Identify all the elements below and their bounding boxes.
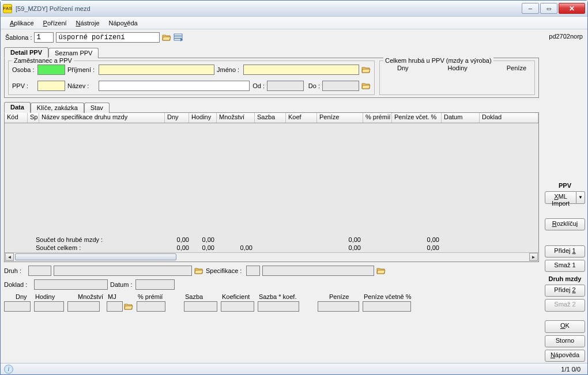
col-dny[interactable]: Dny xyxy=(165,113,189,123)
b-mj-input[interactable] xyxy=(107,301,123,312)
b-koef-input[interactable] xyxy=(221,301,254,312)
col-mnoz[interactable]: Množství xyxy=(217,113,255,123)
col-hodiny[interactable]: Hodiny xyxy=(189,113,217,123)
statusbar: i 1/1 0/0 xyxy=(1,363,587,374)
sablona-open-icon[interactable] xyxy=(162,33,171,42)
b-dny-input[interactable] xyxy=(4,301,31,312)
datum-input[interactable] xyxy=(135,279,175,290)
hruba-penize-label: Peníze xyxy=(507,65,526,71)
druh-code-input[interactable] xyxy=(28,266,51,276)
rozklicuj-button[interactable]: Rozklíčuj xyxy=(545,218,585,230)
sablona-label: Šablona : xyxy=(5,34,32,41)
smaz2-button[interactable]: Smaž 2 xyxy=(545,299,585,311)
col-kod[interactable]: Kód xyxy=(5,113,28,123)
smaz1-button[interactable]: Smaž 1 xyxy=(545,260,585,272)
fieldset-zamestnanec: Zaměstnanec a PPV Osoba : Příjmení : Jmé… xyxy=(8,60,375,95)
ppv-input[interactable] xyxy=(37,81,65,91)
osoba-input[interactable] xyxy=(37,65,65,75)
spec-code-input[interactable] xyxy=(246,266,260,276)
b-penize-input[interactable] xyxy=(318,301,359,312)
doklad-input[interactable] xyxy=(34,279,108,290)
grid-hscroll[interactable]: ◄ ► xyxy=(5,252,538,262)
ppv-open-icon[interactable] xyxy=(361,81,371,90)
app-icon: FAS xyxy=(3,4,12,13)
druh-name-input[interactable] xyxy=(54,266,192,276)
label-b-mnoz: Množství xyxy=(67,293,103,300)
tab-stav[interactable]: Stav xyxy=(84,103,110,113)
napoveda-button[interactable]: Nápověda xyxy=(545,350,585,362)
label-osoba: Osoba : xyxy=(12,66,35,73)
col-doklad[interactable]: Doklad xyxy=(480,113,538,123)
scroll-thumb[interactable] xyxy=(15,253,176,260)
svg-rect-1 xyxy=(174,36,182,38)
col-sp[interactable]: Sp xyxy=(28,113,39,123)
sum-hrube-hodiny: 0,00 xyxy=(189,236,214,244)
menu-nastroje[interactable]: Nástroje xyxy=(71,18,104,28)
pridej1-button[interactable]: Přidej 1 xyxy=(545,245,585,257)
label-b-pvcet: Peníze včetně % xyxy=(363,293,412,300)
menubar: Aplikace Pořízení Nástroje Nápověda xyxy=(1,17,587,29)
col-nazev[interactable]: Název specifikace druhu mzdy xyxy=(39,113,165,123)
tab-data[interactable]: Data xyxy=(4,102,31,113)
label-b-sazba: Sazba xyxy=(184,293,203,300)
b-mnoz-input[interactable] xyxy=(67,301,100,312)
b-hodiny-input[interactable] xyxy=(34,301,64,312)
minimize-button[interactable]: ─ xyxy=(522,3,539,14)
col-datum[interactable]: Datum xyxy=(442,113,480,123)
b-pprem-input[interactable] xyxy=(137,301,165,312)
spec-open-icon[interactable] xyxy=(376,266,386,275)
data-grid: Kód Sp Název specifikace druhu mzdy Dny … xyxy=(4,112,539,262)
mj-open-icon[interactable] xyxy=(124,302,133,311)
col-pprem[interactable]: % prémií xyxy=(363,113,392,123)
ok-button[interactable]: OK xyxy=(545,320,585,332)
sablona-name-input[interactable] xyxy=(56,32,160,43)
scroll-right-arrow[interactable]: ► xyxy=(529,253,538,261)
col-koef[interactable]: Koef xyxy=(286,113,317,123)
menu-aplikace[interactable]: Aplikace xyxy=(5,18,39,28)
xml-import-button[interactable]: XML Import xyxy=(545,191,576,204)
storno-button[interactable]: Storno xyxy=(545,335,585,347)
tab-klice[interactable]: Klíče, zakázka xyxy=(31,103,84,113)
prijmeni-input[interactable] xyxy=(99,65,214,75)
od-input[interactable] xyxy=(267,81,304,91)
jmeno-input[interactable] xyxy=(243,65,359,75)
b-pvcet-input[interactable] xyxy=(363,301,411,312)
sum-celkem-hodiny: 0,00 xyxy=(189,244,214,252)
tab-detail-ppv[interactable]: Detail PPV xyxy=(4,47,48,58)
sablona-list-icon[interactable] xyxy=(174,33,183,42)
col-sazba[interactable]: Sazba xyxy=(255,113,286,123)
status-pages: 1/1 0/0 xyxy=(561,366,584,373)
label-b-penize: Peníze xyxy=(318,293,349,300)
nazev-input[interactable] xyxy=(99,81,250,91)
close-button[interactable]: ✕ xyxy=(559,3,585,14)
sum-celkem-row: Součet celkem : 0,00 0,00 0,00 0,00 0,00 xyxy=(5,244,538,252)
user-label: pd2702norp xyxy=(541,29,587,46)
b-sk-input[interactable] xyxy=(258,301,299,312)
sum-hrube-label: Součet do hrubé mzdy : xyxy=(5,236,168,244)
sum-celkem-dny: 0,00 xyxy=(168,244,189,252)
label-od: Od : xyxy=(252,82,265,89)
do-input[interactable] xyxy=(322,81,359,91)
maximize-button[interactable]: ▭ xyxy=(540,3,557,14)
b-sazba-input[interactable] xyxy=(184,301,217,312)
hruba-dny-label: Dny xyxy=(397,65,409,71)
label-ppv: PPV : xyxy=(12,82,35,89)
xml-import-dropdown[interactable]: ▼ xyxy=(576,191,585,204)
grid-body[interactable] xyxy=(5,123,538,236)
scroll-left-arrow[interactable]: ◄ xyxy=(5,253,14,261)
col-penize[interactable]: Peníze xyxy=(317,113,363,123)
druh-open-icon[interactable] xyxy=(194,266,203,275)
menu-porizeni[interactable]: Pořízení xyxy=(39,18,71,28)
pridej2-button[interactable]: Přidej 2 xyxy=(545,285,585,297)
right-druh-label: Druh mzdy xyxy=(545,275,585,282)
hruba-hodiny-label: Hodiny xyxy=(448,65,468,71)
legend-hruba: Celkem hrubá u PPV (mzdy a výroba) xyxy=(383,57,493,64)
sablona-num-input[interactable] xyxy=(34,32,54,43)
svg-rect-0 xyxy=(174,34,182,36)
spec-name-input[interactable] xyxy=(262,266,374,276)
col-pvcet[interactable]: Peníze včet. % xyxy=(392,113,442,123)
menu-napoveda[interactable]: Nápověda xyxy=(104,18,142,28)
info-icon[interactable]: i xyxy=(4,365,13,374)
label-doklad: Doklad : xyxy=(4,281,32,288)
osoba-open-icon[interactable] xyxy=(361,65,371,74)
